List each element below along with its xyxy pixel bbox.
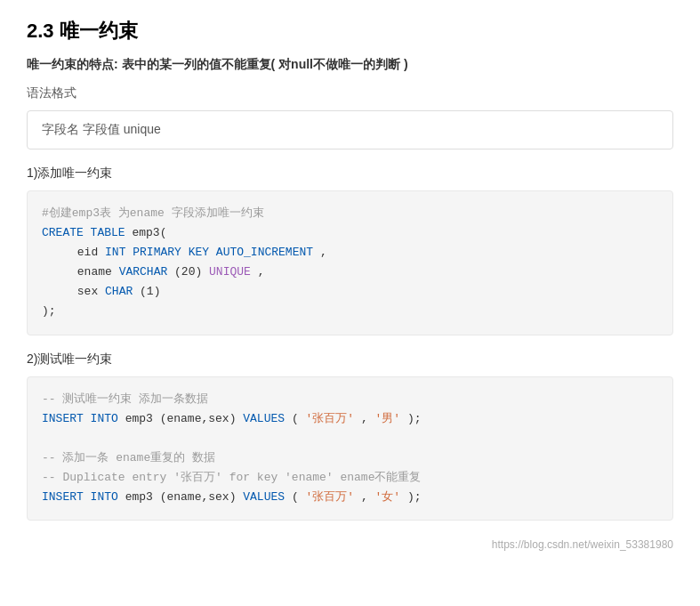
code1-line1: CREATE TABLE emp3( — [42, 223, 658, 243]
code2-spacer — [42, 429, 658, 448]
code1-line3: ename VARCHAR (20) UNIQUE , — [42, 263, 658, 282]
code-block-1: #创建emp3表 为ename 字段添加唯一约束 CREATE TABLE em… — [27, 190, 673, 335]
code2-comment3: -- Duplicate entry '张百万' for key 'ename'… — [42, 468, 658, 488]
syntax-label: 语法格式 — [27, 85, 673, 101]
subtitle-text: 唯一约束的特点: 表中的某一列的值不能重复( 对null不做唯一的判断 ) — [27, 57, 673, 73]
code2-comment2: -- 添加一条 ename重复的 数据 — [42, 448, 658, 468]
code1-line4: sex CHAR (1) — [42, 282, 658, 302]
code2-comment1: -- 测试唯一约束 添加一条数据 — [42, 390, 658, 409]
section2-title: 2)测试唯一约束 — [27, 351, 673, 368]
code1-comment1: #创建emp3表 为ename 字段添加唯一约束 — [42, 204, 658, 223]
code2-line2: INSERT INTO emp3 (ename,sex) VALUES ( '张… — [42, 488, 658, 507]
section1-title: 1)添加唯一约束 — [27, 166, 673, 182]
code-block-2: -- 测试唯一约束 添加一条数据 INSERT INTO emp3 (ename… — [27, 376, 673, 521]
code1-line2: eid INT PRIMARY KEY AUTO_INCREMENT , — [42, 243, 658, 263]
syntax-box: 字段名 字段值 unique — [27, 110, 673, 149]
syntax-content: 字段名 字段值 unique — [42, 122, 161, 136]
page-heading: 2.3 唯一约束 — [27, 18, 673, 44]
code1-line5: ); — [42, 302, 658, 321]
code2-line1: INSERT INTO emp3 (ename,sex) VALUES ( '张… — [42, 409, 658, 429]
watermark: https://blog.csdn.net/weixin_53381980 — [27, 538, 673, 551]
